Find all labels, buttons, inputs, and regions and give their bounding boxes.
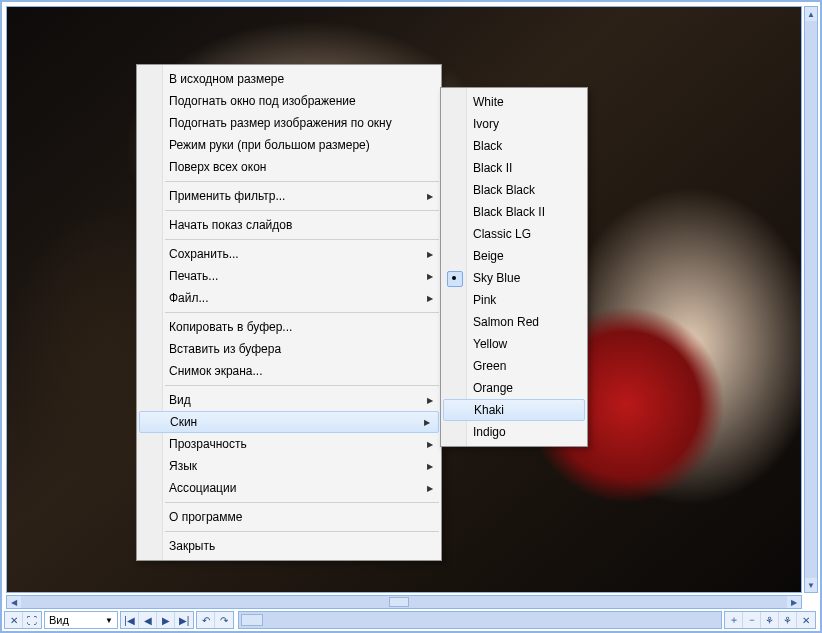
skin-option[interactable]: Black [441, 135, 587, 157]
context-menu-item[interactable]: Подогнать размер изображения по окну [137, 112, 441, 134]
menu-item-label: Файл... [169, 291, 209, 305]
skin-option[interactable]: Yellow [441, 333, 587, 355]
context-menu-item[interactable]: Скин [139, 411, 439, 433]
menu-separator [165, 502, 439, 503]
context-menu-item[interactable]: Печать... [137, 265, 441, 287]
menu-item-label: Ассоциации [169, 481, 236, 495]
skin-option-label: Salmon Red [473, 315, 539, 329]
skin-option[interactable]: Black Black II [441, 201, 587, 223]
zoom-slider-thumb[interactable] [241, 614, 263, 626]
skin-option[interactable]: Indigo [441, 421, 587, 443]
context-menu-item[interactable]: В исходном размере [137, 68, 441, 90]
close-fit-group: ✕ ⛶ [4, 611, 42, 629]
skin-option[interactable]: Pink [441, 289, 587, 311]
skin-option[interactable]: Salmon Red [441, 311, 587, 333]
context-menu-item[interactable]: Вставить из буфера [137, 338, 441, 360]
skin-option[interactable]: Beige [441, 245, 587, 267]
menu-item-label: О программе [169, 510, 242, 524]
rotate-left-icon[interactable]: ↶ [197, 612, 215, 628]
context-menu-item[interactable]: Вид [137, 389, 441, 411]
horizontal-scrollbar[interactable]: ◀ ▶ [6, 595, 802, 609]
context-menu-item[interactable]: Режим руки (при большом размере) [137, 134, 441, 156]
skin-submenu: WhiteIvoryBlackBlack IIBlack BlackBlack … [440, 87, 588, 447]
skin-option-label: Orange [473, 381, 513, 395]
menu-item-label: Подогнать размер изображения по окну [169, 116, 392, 130]
close-icon[interactable]: ✕ [5, 612, 23, 628]
menu-separator [165, 239, 439, 240]
nav-group: |◀ ◀ ▶ ▶| [120, 611, 194, 629]
context-menu-item[interactable]: Закрыть [137, 535, 441, 557]
scroll-down-icon[interactable]: ▼ [805, 578, 817, 592]
vertical-scrollbar[interactable]: ▲ ▼ [804, 6, 818, 593]
fit-icon[interactable]: ⛶ [23, 612, 41, 628]
skin-option[interactable]: Green [441, 355, 587, 377]
context-menu-item[interactable]: Применить фильтр... [137, 185, 441, 207]
skin-option[interactable]: Classic LG [441, 223, 587, 245]
scroll-left-icon[interactable]: ◀ [7, 596, 21, 608]
menu-item-label: Начать показ слайдов [169, 218, 292, 232]
zoom-slider[interactable] [238, 611, 722, 629]
menu-separator [165, 385, 439, 386]
scroll-right-icon[interactable]: ▶ [787, 596, 801, 608]
context-menu-item[interactable]: Язык [137, 455, 441, 477]
context-menu-item[interactable]: Ассоциации [137, 477, 441, 499]
skin-option[interactable]: Orange [441, 377, 587, 399]
zoom-in-icon[interactable]: ＋ [725, 612, 743, 628]
zoom-out-icon[interactable]: － [743, 612, 761, 628]
skin-option[interactable]: Sky Blue [441, 267, 587, 289]
context-menu-item[interactable]: Прозрачность [137, 433, 441, 455]
menu-item-label: Вид [169, 393, 191, 407]
chevron-down-icon: ▼ [105, 616, 113, 625]
menu-separator [165, 181, 439, 182]
context-menu-item[interactable]: О программе [137, 506, 441, 528]
next-icon[interactable]: ▶ [157, 612, 175, 628]
skin-option-label: Pink [473, 293, 496, 307]
last-icon[interactable]: ▶| [175, 612, 193, 628]
tool-b-icon[interactable]: ⚘ [779, 612, 797, 628]
prev-icon[interactable]: ◀ [139, 612, 157, 628]
context-menu-item[interactable]: Снимок экрана... [137, 360, 441, 382]
context-menu-item[interactable]: Сохранить... [137, 243, 441, 265]
skin-option[interactable]: Black Black [441, 179, 587, 201]
h-scroll-thumb[interactable] [389, 597, 409, 607]
context-menu-item[interactable]: Подогнать окно под изображение [137, 90, 441, 112]
skin-option[interactable]: Khaki [443, 399, 585, 421]
menu-item-label: Вставить из буфера [169, 342, 281, 356]
menu-item-label: Режим руки (при большом размере) [169, 138, 370, 152]
skin-option-label: Yellow [473, 337, 507, 351]
context-menu-item[interactable]: Поверх всех окон [137, 156, 441, 178]
menu-item-label: Закрыть [169, 539, 215, 553]
skin-option-label: Beige [473, 249, 504, 263]
h-scroll-track[interactable] [21, 596, 787, 608]
skin-option-label: Black II [473, 161, 512, 175]
menu-separator [165, 210, 439, 211]
skin-option[interactable]: Ivory [441, 113, 587, 135]
skin-option-label: Black [473, 139, 502, 153]
scroll-up-icon[interactable]: ▲ [805, 7, 817, 21]
skin-option-label: Ivory [473, 117, 499, 131]
tool-a-icon[interactable]: ⚘ [761, 612, 779, 628]
context-menu-item[interactable]: Копировать в буфер... [137, 316, 441, 338]
skin-option[interactable]: White [441, 91, 587, 113]
skin-option[interactable]: Black II [441, 157, 587, 179]
skin-option-label: Khaki [474, 403, 504, 417]
menu-item-label: Копировать в буфер... [169, 320, 292, 334]
menu-item-label: Снимок экрана... [169, 364, 263, 378]
rotate-group: ↶ ↷ [196, 611, 234, 629]
menu-item-label: Печать... [169, 269, 218, 283]
view-mode-label: Вид [49, 614, 69, 626]
skin-option-label: Indigo [473, 425, 506, 439]
first-icon[interactable]: |◀ [121, 612, 139, 628]
view-mode-dropdown[interactable]: Вид ▼ [44, 611, 118, 629]
context-menu-item[interactable]: Файл... [137, 287, 441, 309]
skin-option-label: Sky Blue [473, 271, 520, 285]
menu-item-label: Поверх всех окон [169, 160, 266, 174]
rotate-right-icon[interactable]: ↷ [215, 612, 233, 628]
skin-option-label: Black Black II [473, 205, 545, 219]
menu-item-label: Язык [169, 459, 197, 473]
context-menu-item[interactable]: Начать показ слайдов [137, 214, 441, 236]
bottom-toolbar: ✕ ⛶ Вид ▼ |◀ ◀ ▶ ▶| ↶ ↷ ＋ － ⚘ ⚘ ✕ [4, 611, 818, 629]
menu-item-label: Подогнать окно под изображение [169, 94, 356, 108]
close-small-icon[interactable]: ✕ [797, 612, 815, 628]
menu-item-label: Сохранить... [169, 247, 239, 261]
